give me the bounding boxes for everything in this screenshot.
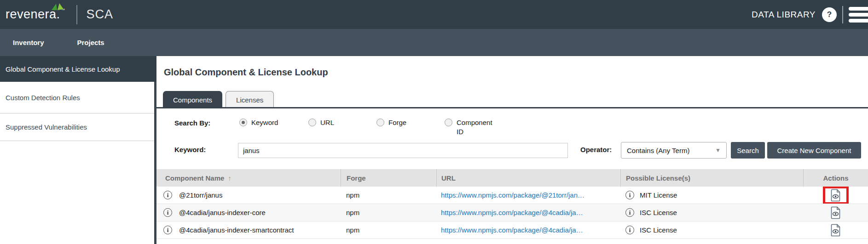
keyword-row: Keyword: Operator: Contains (Any Term) ▼…: [156, 142, 868, 159]
sidebar-item-global-lookup[interactable]: Global Component & License Lookup: [0, 56, 156, 82]
tab-label: Licenses: [236, 96, 263, 104]
table-row: i @4cadia/janus-indexer-smartcontract np…: [156, 221, 868, 239]
radio-keyword[interactable]: Keyword: [239, 118, 278, 127]
forge-cell: npm: [341, 221, 436, 238]
component-name: @4cadia/janus-indexer-core: [179, 209, 266, 216]
component-name-cell: i @4cadia/janus-indexer-smartcontract: [156, 221, 341, 238]
help-icon[interactable]: ?: [822, 7, 837, 22]
create-new-component-button[interactable]: Create New Component: [767, 142, 861, 159]
sort-asc-icon: ↑: [228, 174, 231, 182]
brand-wordmark: revenera.: [6, 7, 60, 22]
nav-item-projects[interactable]: Projects: [77, 39, 104, 46]
url-cell: https://www.npmjs.com/package/@4cadia/ja…: [436, 221, 620, 238]
main-navbar: Inventory Projects: [0, 29, 868, 56]
tab-content-divider: [156, 107, 868, 108]
sidebar-item-suppressed-vulnerabilities[interactable]: Suppressed Vulnerabilities: [0, 113, 154, 141]
radio-component-id[interactable]: Component ID: [445, 118, 499, 137]
forge-cell: npm: [341, 187, 436, 204]
info-icon[interactable]: i: [163, 191, 172, 199]
radio-url[interactable]: URL: [308, 118, 334, 127]
info-icon[interactable]: i: [625, 208, 634, 217]
header-right-group: DATA LIBRARY ?: [752, 0, 868, 29]
actions-cell: [803, 221, 868, 238]
search-button[interactable]: Search: [731, 142, 765, 159]
url-link[interactable]: https://www.npmjs.com/package/@21torr/ja…: [441, 191, 584, 199]
nav-item-inventory[interactable]: Inventory: [13, 39, 44, 46]
info-icon[interactable]: i: [163, 208, 172, 217]
keyword-input[interactable]: [238, 143, 568, 158]
view-details-icon[interactable]: [830, 189, 841, 202]
search-by-label: Search By:: [174, 119, 210, 127]
license-name: ISC License: [640, 226, 677, 234]
column-header-forge[interactable]: Forge: [341, 169, 436, 187]
license-cell: i MIT License: [620, 187, 803, 204]
sidebar-item-label: Suppressed Vulnerabilities: [6, 123, 87, 131]
column-label: Actions: [823, 174, 848, 182]
column-label: URL: [441, 174, 456, 182]
column-header-url[interactable]: URL: [436, 169, 620, 187]
keyword-label: Keyword:: [174, 146, 206, 153]
leaf-fan-icon: [51, 3, 64, 11]
column-header-actions: Actions: [803, 169, 868, 187]
actions-cell: [803, 187, 868, 204]
url-link[interactable]: https://www.npmjs.com/package/@4cadia/ja…: [441, 209, 583, 216]
revenera-logo: revenera. ™ SCA: [6, 5, 113, 24]
column-label: Possible License(s): [626, 174, 690, 182]
top-header-bar: revenera. ™ SCA DATA LIBRARY ?: [0, 0, 868, 29]
table-header-row: Component Name ↑ Forge URL Possible Lice…: [156, 169, 868, 187]
component-name-cell: i @4cadia/janus-indexer-core: [156, 204, 341, 221]
component-name: @4cadia/janus-indexer-smartcontract: [179, 226, 294, 234]
view-details-icon[interactable]: [830, 224, 841, 237]
data-library-label: DATA LIBRARY: [752, 10, 816, 20]
component-name-cell: i @21torr/janus: [156, 187, 341, 204]
tab-licenses[interactable]: Licenses: [226, 91, 274, 108]
forge-cell: npm: [341, 204, 436, 221]
url-link[interactable]: https://www.npmjs.com/package/@4cadia/ja…: [441, 226, 583, 234]
sidebar-item-label: Global Component & License Lookup: [6, 65, 120, 73]
brand-divider: [76, 5, 77, 24]
tab-bar: Components Licenses: [163, 91, 274, 108]
app-window: revenera. ™ SCA DATA LIBRARY ? Inventory…: [0, 0, 868, 244]
search-by-row: Search By: Keyword URL Forge Component I…: [156, 117, 868, 137]
header-divider: [842, 6, 843, 23]
sidebar-item-label: Custom Detection Rules: [6, 94, 80, 102]
component-name: @21torr/janus: [179, 191, 222, 199]
url-cell: https://www.npmjs.com/package/@4cadia/ja…: [436, 204, 620, 221]
info-icon[interactable]: i: [163, 226, 172, 234]
info-icon[interactable]: i: [625, 191, 634, 199]
page-title: Global Component & License Lookup: [164, 67, 328, 78]
radio-selected-icon: [239, 119, 247, 126]
radio-label: URL: [320, 118, 334, 127]
radio-label: Forge: [388, 118, 406, 127]
table-row: i @21torr/janus npm https://www.npmjs.co…: [156, 187, 868, 204]
table-row: i @4cadia/janus-indexer-core npm https:/…: [156, 204, 868, 221]
operator-label: Operator:: [580, 146, 612, 153]
tab-components[interactable]: Components: [163, 91, 222, 108]
column-label: Component Name: [165, 174, 224, 182]
product-name: SCA: [87, 7, 114, 22]
results-table: Component Name ↑ Forge URL Possible Lice…: [156, 169, 868, 239]
license-name: MIT License: [640, 191, 677, 199]
radio-icon: [376, 119, 384, 126]
url-cell: https://www.npmjs.com/package/@21torr/ja…: [436, 187, 620, 204]
hamburger-menu-icon[interactable]: [849, 7, 868, 23]
radio-icon: [445, 119, 452, 126]
chevron-down-icon: ▼: [715, 147, 721, 153]
column-header-component-name[interactable]: Component Name ↑: [156, 169, 341, 187]
info-icon[interactable]: i: [625, 226, 634, 234]
radio-label: Component ID: [457, 118, 499, 137]
operator-dropdown[interactable]: Contains (Any Term) ▼: [621, 142, 727, 159]
operator-value: Contains (Any Term): [627, 147, 689, 154]
tab-label: Components: [173, 96, 212, 104]
radio-icon: [308, 119, 316, 126]
column-header-possible-licenses[interactable]: Possible License(s): [620, 169, 803, 187]
license-cell: i ISC License: [620, 221, 803, 238]
view-details-icon[interactable]: [830, 206, 841, 219]
actions-cell: [803, 204, 868, 221]
license-cell: i ISC License: [620, 204, 803, 221]
sidebar-item-custom-detection-rules[interactable]: Custom Detection Rules: [0, 82, 154, 113]
radio-label: Keyword: [251, 118, 278, 127]
license-name: ISC License: [640, 209, 677, 216]
radio-forge[interactable]: Forge: [376, 118, 406, 127]
column-label: Forge: [347, 174, 366, 182]
